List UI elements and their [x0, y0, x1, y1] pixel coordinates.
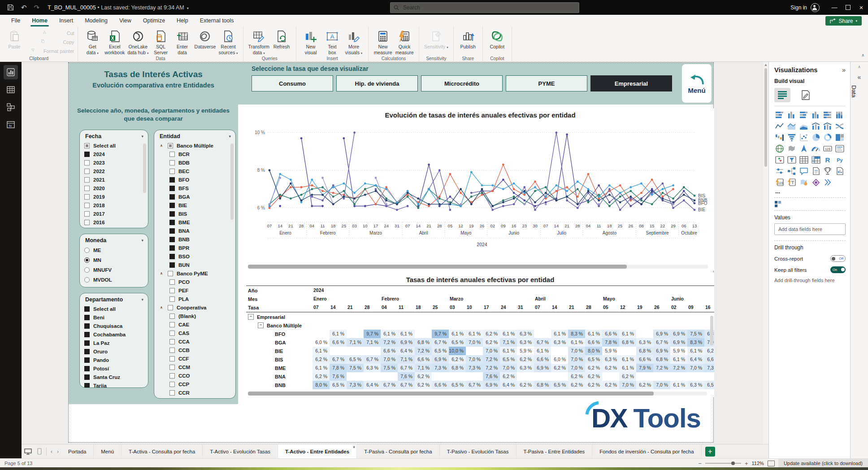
ribbon-tab-insert[interactable]: Insert	[53, 15, 79, 26]
checkbox-unchecked[interactable]	[169, 313, 175, 319]
next-page-icon[interactable]: ›	[55, 448, 61, 455]
fecha-item[interactable]: 2017	[84, 209, 145, 218]
radio-unselected[interactable]	[84, 277, 90, 283]
save-icon[interactable]	[7, 4, 14, 11]
table-group-label[interactable]: −Empresarial	[246, 314, 312, 320]
prev-page-icon[interactable]: ‹	[48, 448, 55, 455]
maximize-button[interactable]	[841, 0, 855, 15]
rate-tab-hip-de-vivienda[interactable]: Hip. de vivienda	[336, 75, 418, 91]
power-apps-icon[interactable]: 123	[774, 177, 785, 187]
r-script-visual-icon[interactable]: R	[822, 155, 833, 165]
enter-data-button[interactable]: Enter data	[172, 29, 193, 56]
entidad-item[interactable]: CCO	[159, 371, 233, 380]
entidad-group[interactable]: ∧Cooperativa	[159, 303, 233, 312]
map-icon[interactable]	[774, 144, 785, 153]
fecha-scrollbar[interactable]	[143, 144, 146, 193]
azure-map-icon[interactable]	[799, 144, 809, 153]
transform-data-button[interactable]: Transform data ▾	[247, 29, 271, 56]
entidad-item[interactable]: BDB	[159, 158, 233, 167]
multi-row-card-icon[interactable]	[834, 144, 845, 153]
arcgis-map-icon[interactable]	[799, 177, 809, 187]
update-banner[interactable]: Update available (click to download)	[778, 459, 868, 468]
radio-unselected[interactable]	[84, 248, 90, 253]
entidad-item[interactable]: PLA	[159, 295, 233, 303]
checkbox-checked[interactable]	[84, 306, 90, 312]
checkbox-unchecked[interactable]	[168, 271, 173, 276]
entidad-item[interactable]: CCR	[159, 388, 233, 397]
rate-tab-pyme[interactable]: PYME	[506, 75, 587, 91]
checkbox-unchecked[interactable]	[84, 186, 90, 191]
moneda-item[interactable]: ME	[84, 245, 145, 255]
ribbon-tab-external-tools[interactable]: External tools	[194, 15, 240, 26]
collapse-row-icon[interactable]: −	[248, 314, 254, 320]
entidad-item[interactable]: BME	[159, 218, 233, 226]
page-tab-1[interactable]: Portada	[61, 444, 94, 459]
ribbon-tab-view[interactable]: View	[113, 15, 137, 26]
sign-in-link[interactable]: Sign in	[790, 4, 807, 11]
line-chart-icon[interactable]	[774, 121, 785, 131]
checkbox-checked[interactable]	[84, 315, 90, 320]
checkbox-unchecked[interactable]	[169, 331, 175, 336]
treemap-icon[interactable]	[834, 132, 845, 142]
paginated-report-icon[interactable]	[834, 166, 845, 176]
sidebar-table-view[interactable]	[4, 83, 18, 97]
departamento-item[interactable]: Pando	[84, 356, 145, 364]
entidad-item[interactable]: CAS	[159, 329, 233, 337]
checkbox-unchecked[interactable]	[169, 288, 175, 293]
table-vertical-scrollbar[interactable]	[710, 316, 713, 345]
entidad-item[interactable]: CAE	[159, 320, 233, 329]
checkbox-unchecked[interactable]	[84, 160, 90, 165]
onelake-data-hub-button[interactable]: OneLake data hub ▾	[126, 29, 150, 56]
menu-button[interactable]: Menú	[682, 64, 712, 103]
checkbox-unchecked[interactable]	[169, 279, 175, 285]
donut-chart-icon[interactable]	[822, 132, 833, 142]
entidad-item[interactable]: CCF	[159, 354, 233, 363]
collapse-icon[interactable]: ∧	[159, 271, 164, 275]
slicer-icon[interactable]	[786, 155, 797, 165]
sql-server-button[interactable]: SQL Server	[150, 29, 172, 56]
scroll-up-icon[interactable]: ∧	[851, 65, 868, 69]
entidad-item[interactable]: CCB	[159, 346, 233, 354]
entity-label[interactable]: BNB	[246, 383, 312, 388]
radio-selected[interactable]	[84, 257, 90, 263]
text-box-button[interactable]: AText box	[321, 29, 343, 56]
undo-icon[interactable]: ↶	[21, 4, 27, 12]
entity-label[interactable]: BIS	[246, 357, 312, 362]
departamento-item[interactable]: Beni	[84, 313, 145, 322]
decomposition-tree-icon[interactable]	[786, 166, 797, 176]
checkbox-checked[interactable]	[84, 152, 90, 157]
table-group-label[interactable]: −Banco Múltiple	[246, 322, 312, 328]
checkbox-checked[interactable]	[84, 323, 90, 329]
build-mode-button[interactable]	[774, 88, 790, 102]
checkbox-unchecked[interactable]	[169, 322, 175, 327]
rate-tab-empresarial[interactable]: Empresarial	[590, 75, 672, 91]
pct-stacked-column-chart-icon[interactable]	[834, 110, 845, 120]
checkbox-checked[interactable]	[169, 220, 175, 225]
checkbox-partial[interactable]	[168, 143, 173, 148]
field-wells-icon[interactable]	[774, 200, 846, 208]
ribbon-tab-modеling[interactable]: Modеling	[79, 15, 113, 26]
checkbox-checked[interactable]	[169, 237, 175, 242]
funnel-chart-icon[interactable]	[786, 132, 797, 142]
entidad-item[interactable]: BCR	[159, 150, 233, 158]
clustered-column-chart-icon[interactable]	[811, 110, 821, 120]
card-icon[interactable]: 123	[822, 144, 833, 153]
checkbox-unchecked[interactable]	[169, 356, 175, 361]
ribbon-tab-help[interactable]: Help	[171, 15, 194, 26]
table-horizontal-scrollbar[interactable]	[248, 392, 707, 396]
checkbox-checked[interactable]	[169, 262, 175, 268]
page-tab-7[interactable]: T-Pasivo - Evolución Tasas	[440, 444, 516, 459]
canvas-vertical-scrollbar[interactable]: ▲	[763, 62, 768, 458]
departamento-item[interactable]: Chuquisaca	[84, 322, 145, 330]
entidad-item[interactable]: BNB	[159, 235, 233, 244]
moneda-item[interactable]: MN	[84, 255, 145, 265]
entidad-item[interactable]: BSO	[159, 252, 233, 261]
entidad-item[interactable]: BFS	[159, 184, 233, 192]
mobile-layout-icon[interactable]	[37, 448, 42, 455]
checkbox-unchecked[interactable]	[84, 194, 90, 200]
collapse-icon[interactable]: ∧	[159, 144, 164, 148]
new-page-button[interactable]: +	[705, 447, 715, 457]
checkbox-checked[interactable]	[169, 194, 175, 200]
desktop-layout-icon[interactable]	[24, 448, 32, 455]
entity-label[interactable]: BNA	[246, 374, 312, 379]
